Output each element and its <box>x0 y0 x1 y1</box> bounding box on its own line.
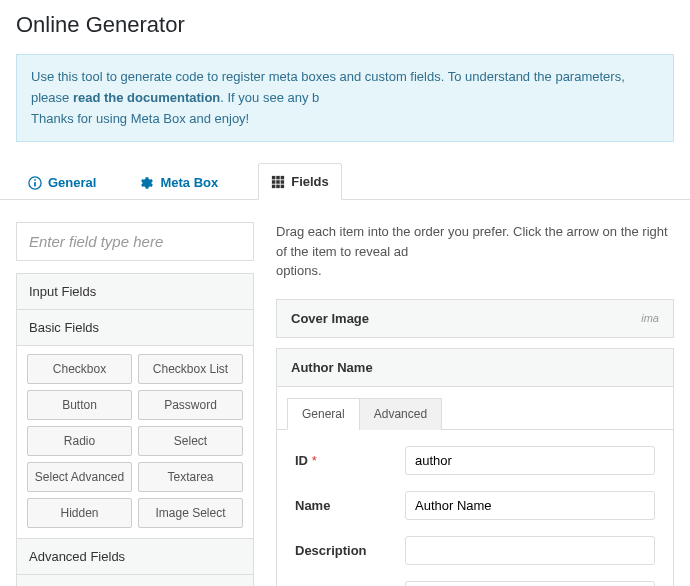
svg-rect-4 <box>276 176 280 180</box>
tab-label: Fields <box>291 174 329 189</box>
field-item-title: Cover Image <box>291 311 369 326</box>
name-input[interactable] <box>405 491 655 520</box>
inner-tab-general[interactable]: General <box>287 398 360 430</box>
tab-label: Meta Box <box>160 175 218 190</box>
svg-rect-1 <box>34 182 36 186</box>
field-item-title: Author Name <box>291 360 373 375</box>
svg-rect-3 <box>272 176 276 180</box>
notice-text-3: Thanks for using Meta Box and enjoy! <box>31 111 249 126</box>
field-type-button[interactable]: Button <box>27 390 132 420</box>
field-type-password[interactable]: Password <box>138 390 243 420</box>
svg-rect-9 <box>272 185 276 189</box>
field-type-checkbox[interactable]: Checkbox <box>27 354 132 384</box>
field-type-select[interactable]: Select <box>138 426 243 456</box>
svg-rect-10 <box>276 185 280 189</box>
default-input[interactable] <box>405 581 655 586</box>
svg-rect-11 <box>281 185 285 189</box>
tab-label: General <box>48 175 96 190</box>
field-item-header[interactable]: Author Name <box>277 349 673 386</box>
field-item-meta: ima <box>641 312 659 324</box>
notice-text-2: . If you see any b <box>220 90 319 105</box>
svg-rect-6 <box>272 180 276 184</box>
field-type-image-select[interactable]: Image Select <box>138 498 243 528</box>
inner-tab-advanced[interactable]: Advanced <box>359 398 442 430</box>
tab-metabox[interactable]: Meta Box <box>136 165 230 200</box>
accordion-date-time-fields: Date & Time Fields <box>16 574 254 586</box>
instructions-text: Drag each item into the order you prefer… <box>276 222 674 281</box>
inner-tabs: General Advanced <box>277 387 673 430</box>
accordion-header[interactable]: Advanced Fields <box>17 539 253 574</box>
svg-point-2 <box>34 179 36 181</box>
info-notice: Use this tool to generate code to regist… <box>16 54 674 142</box>
grid-icon <box>271 175 285 189</box>
field-item-header[interactable]: Cover Image ima <box>277 300 673 337</box>
accordion-body: CheckboxCheckbox ListButtonPasswordRadio… <box>17 345 253 538</box>
tab-fields[interactable]: Fields <box>258 163 342 200</box>
field-type-checkbox-list[interactable]: Checkbox List <box>138 354 243 384</box>
accordion-header[interactable]: Basic Fields <box>17 310 253 345</box>
field-type-select-advanced[interactable]: Select Advanced <box>27 462 132 492</box>
id-input[interactable] <box>405 446 655 475</box>
field-type-search[interactable] <box>16 222 254 261</box>
svg-rect-7 <box>276 180 280 184</box>
accordion-header[interactable]: Date & Time Fields <box>17 575 253 586</box>
field-item-author-name: Author Name General Advanced ID * Name <box>276 348 674 586</box>
gear-icon <box>140 176 154 190</box>
accordion-advanced-fields: Advanced Fields <box>16 538 254 575</box>
read-docs-link[interactable]: read the documentation <box>73 90 220 105</box>
content-area: Drag each item into the order you prefer… <box>276 222 674 586</box>
field-item-cover-image: Cover Image ima <box>276 299 674 338</box>
main-tabs: General Meta Box Fields <box>0 162 690 200</box>
page-title: Online Generator <box>0 0 690 46</box>
accordion-header[interactable]: Input Fields <box>17 274 253 309</box>
accordion-input-fields: Input Fields <box>16 273 254 310</box>
description-input[interactable] <box>405 536 655 565</box>
description-label: Description <box>295 543 405 558</box>
info-icon <box>28 176 42 190</box>
sidebar: Input FieldsBasic FieldsCheckboxCheckbox… <box>16 222 254 586</box>
tab-general[interactable]: General <box>24 165 108 200</box>
field-type-textarea[interactable]: Textarea <box>138 462 243 492</box>
accordion-basic-fields: Basic FieldsCheckboxCheckbox ListButtonP… <box>16 309 254 539</box>
svg-rect-8 <box>281 180 285 184</box>
name-label: Name <box>295 498 405 513</box>
svg-rect-5 <box>281 176 285 180</box>
field-type-radio[interactable]: Radio <box>27 426 132 456</box>
id-label: ID * <box>295 453 405 468</box>
field-type-hidden[interactable]: Hidden <box>27 498 132 528</box>
